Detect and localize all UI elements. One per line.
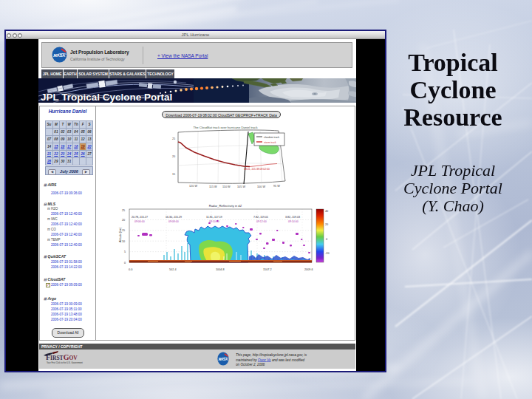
svg-text:115 W: 115 W bbox=[209, 185, 217, 188]
svg-text:20: 20 bbox=[122, 219, 125, 222]
svg-text:15: 15 bbox=[122, 229, 125, 232]
svg-text:15: 15 bbox=[172, 173, 175, 176]
svg-text:Altitude (km): Altitude (km) bbox=[119, 228, 122, 242]
svg-text:25: 25 bbox=[172, 137, 175, 140]
svg-text:502.4: 502.4 bbox=[169, 268, 177, 271]
svg-text:1004.8: 1004.8 bbox=[216, 268, 225, 271]
svg-text:The CloudSat track over hurric: The CloudSat track over hurricane Daniel… bbox=[193, 126, 258, 129]
svg-text:100 W: 100 W bbox=[257, 185, 265, 188]
svg-text:09:06:00: 09:06:00 bbox=[134, 220, 145, 223]
svg-text:105 W: 105 W bbox=[237, 185, 245, 188]
svg-text:18.01,-115.38 08:02:00: 18.01,-115.38 08:02:00 bbox=[244, 168, 270, 171]
svg-text:0: 0 bbox=[124, 262, 126, 265]
svg-text:40: 40 bbox=[325, 210, 328, 213]
svg-text:20.78,-115.27: 20.78,-115.27 bbox=[132, 216, 148, 219]
svg-text:25: 25 bbox=[122, 209, 125, 212]
svg-text:NASA: NASA bbox=[54, 53, 66, 58]
svg-text:-20: -20 bbox=[325, 252, 330, 255]
svg-text:120 W: 120 W bbox=[189, 185, 197, 188]
svg-text:20: 20 bbox=[325, 223, 328, 226]
svg-text:09:12:00: 09:12:00 bbox=[256, 220, 267, 223]
svg-text:2009.6: 2009.6 bbox=[304, 268, 313, 271]
svg-text:cloudsm track: cloudsm track bbox=[264, 136, 279, 139]
svg-text:5: 5 bbox=[124, 250, 126, 253]
svg-text:0.0: 0.0 bbox=[129, 268, 132, 271]
svg-text:10: 10 bbox=[122, 240, 125, 243]
svg-text:JPL Tropical Cyclone Portal: JPL Tropical Cyclone Portal bbox=[41, 92, 172, 103]
svg-text:Radar_Reflectivity in dZ: Radar_Reflectivity in dZ bbox=[209, 204, 242, 208]
svg-text:NASA: NASA bbox=[219, 358, 228, 361]
svg-text:storm track: storm track bbox=[264, 141, 276, 144]
svg-text:FIRSTGOV: FIRSTGOV bbox=[46, 353, 78, 361]
svg-text:Your First Click to the U.S. G: Your First Click to the U.S. Government bbox=[47, 361, 83, 364]
svg-text:95 W: 95 W bbox=[273, 185, 280, 188]
svg-text:1507.2: 1507.2 bbox=[263, 268, 272, 271]
svg-text:09:14:00: 09:14:00 bbox=[288, 220, 299, 223]
svg-text:0: 0 bbox=[326, 238, 327, 241]
svg-text:16.30,-115.29: 16.30,-115.29 bbox=[166, 216, 182, 219]
svg-text:20: 20 bbox=[172, 155, 175, 158]
svg-text:11.81,-117.19: 11.81,-117.19 bbox=[206, 216, 222, 219]
svg-text:3.82,-119.03: 3.82,-119.03 bbox=[285, 216, 300, 219]
svg-text:110 W: 110 W bbox=[222, 185, 231, 188]
svg-text:7.82,-119.01: 7.82,-119.01 bbox=[253, 216, 268, 219]
svg-text:09:08:00: 09:08:00 bbox=[168, 220, 179, 223]
